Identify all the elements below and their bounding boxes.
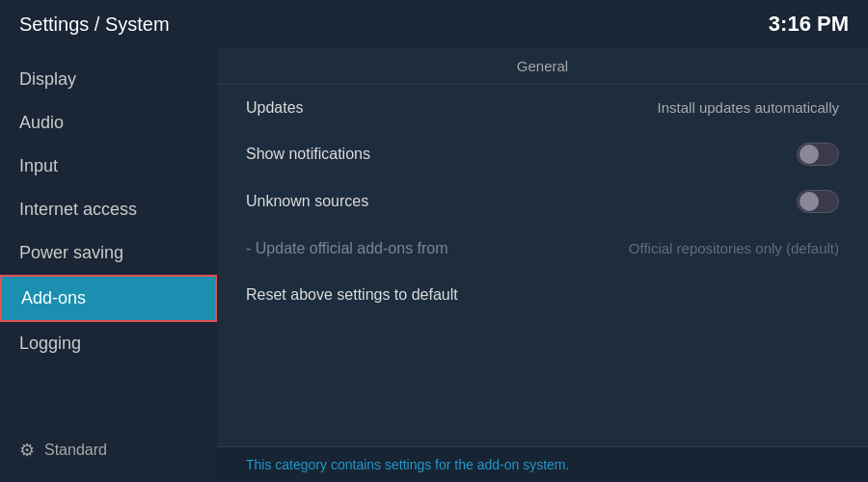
clock: 3:16 PM: [769, 12, 849, 37]
settings-label-unknown-sources: Unknown sources: [246, 193, 368, 210]
sidebar-item-logging[interactable]: Logging: [0, 322, 217, 365]
page-title: Settings / System: [19, 13, 170, 36]
sidebar-item-display[interactable]: Display: [0, 58, 217, 101]
sidebar-nav: DisplayAudioInputInternet accessPower sa…: [0, 58, 217, 365]
sidebar-footer: ⚙ Standard: [0, 428, 217, 472]
settings-value-update-official-addons: Official repositories only (default): [629, 240, 839, 256]
content-footer: This category contains settings for the …: [217, 446, 868, 482]
toggle-unknown-sources[interactable]: [797, 190, 839, 213]
sidebar-item-power-saving[interactable]: Power saving: [0, 231, 217, 275]
sidebar-item-add-ons[interactable]: Add-ons: [0, 275, 217, 322]
section-header: General: [217, 48, 868, 85]
content-area: General UpdatesInstall updates automatic…: [217, 48, 868, 482]
settings-row-show-notifications[interactable]: Show notifications: [217, 131, 868, 178]
sidebar-footer-label: Standard: [44, 442, 107, 459]
main-layout: DisplayAudioInputInternet accessPower sa…: [0, 48, 868, 482]
header: Settings / System 3:16 PM: [0, 0, 868, 48]
sidebar-item-audio[interactable]: Audio: [0, 101, 217, 145]
sidebar-item-internet-access[interactable]: Internet access: [0, 188, 217, 231]
settings-row-update-official-addons: - Update official add-ons fromOfficial r…: [217, 226, 868, 272]
settings-row-updates: UpdatesInstall updates automatically: [217, 85, 868, 131]
gear-icon: ⚙: [19, 440, 35, 461]
settings-label-updates: Updates: [246, 99, 304, 117]
settings-rows: UpdatesInstall updates automaticallyShow…: [217, 85, 868, 318]
sidebar-item-input[interactable]: Input: [0, 145, 217, 188]
content-inner: General UpdatesInstall updates automatic…: [217, 48, 868, 446]
settings-row-reset-settings: Reset above settings to default: [217, 272, 868, 318]
toggle-show-notifications[interactable]: [797, 143, 839, 166]
settings-label-update-official-addons: - Update official add-ons from: [246, 240, 448, 257]
settings-row-unknown-sources[interactable]: Unknown sources: [217, 178, 868, 226]
settings-label-show-notifications: Show notifications: [246, 146, 370, 163]
sidebar: DisplayAudioInputInternet accessPower sa…: [0, 48, 217, 482]
settings-label-reset-settings: Reset above settings to default: [246, 286, 458, 304]
settings-value-updates: Install updates automatically: [658, 99, 839, 116]
